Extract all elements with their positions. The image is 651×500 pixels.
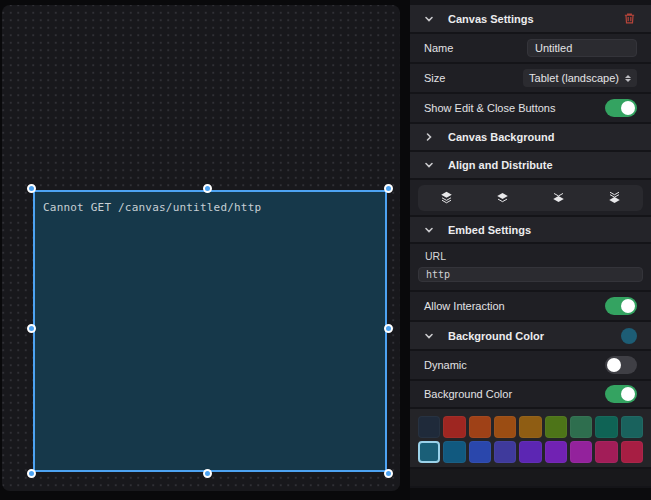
- allow-interaction-toggle[interactable]: [605, 297, 637, 315]
- section-title: Embed Settings: [448, 224, 531, 236]
- color-swatch[interactable]: [621, 441, 643, 463]
- color-swatch[interactable]: [545, 416, 567, 438]
- swatch-row-1: [418, 416, 643, 438]
- send-to-back-icon: [608, 191, 621, 204]
- selection-handle-middle-left[interactable]: [27, 324, 36, 333]
- selection-handle-bottom-center[interactable]: [203, 469, 212, 478]
- url-row: URL: [410, 244, 651, 290]
- trash-icon: [623, 12, 636, 25]
- color-swatch[interactable]: [621, 416, 643, 438]
- size-row: Size Tablet (landscape): [410, 64, 651, 92]
- embed-error-text: Cannot GET /canvas/untitled/http: [43, 201, 261, 214]
- name-row: Name: [410, 34, 651, 62]
- color-swatch[interactable]: [519, 416, 541, 438]
- chevron-down-icon: [424, 160, 434, 170]
- send-backward-button[interactable]: [545, 187, 573, 209]
- background-color-toggle[interactable]: [605, 385, 637, 403]
- send-to-back-button[interactable]: [601, 187, 629, 209]
- embed-element[interactable]: Cannot GET /canvas/untitled/http: [33, 190, 387, 472]
- color-swatch-grid: [410, 409, 651, 467]
- show-edit-row: Show Edit & Close Buttons: [410, 94, 651, 122]
- delete-canvas-button[interactable]: [621, 11, 637, 27]
- size-label: Size: [424, 72, 445, 84]
- color-swatch[interactable]: [545, 441, 567, 463]
- section-header-background-color[interactable]: Background Color: [410, 322, 651, 349]
- color-swatch[interactable]: [570, 441, 592, 463]
- url-label: URL: [418, 250, 643, 262]
- bring-to-front-button[interactable]: [432, 187, 460, 209]
- color-swatch[interactable]: [443, 416, 465, 438]
- background-color-label: Background Color: [424, 388, 512, 400]
- color-swatch[interactable]: [519, 441, 541, 463]
- color-swatch[interactable]: [418, 441, 440, 463]
- selection-handle-bottom-right[interactable]: [384, 469, 393, 478]
- url-input[interactable]: [418, 267, 643, 282]
- bring-to-front-icon: [440, 191, 453, 204]
- background-color-enable-row: Background Color: [410, 381, 651, 407]
- section-header-canvas-background[interactable]: Canvas Background: [410, 124, 651, 150]
- bring-forward-button[interactable]: [488, 187, 516, 209]
- chevron-down-icon: [424, 225, 434, 235]
- dynamic-label: Dynamic: [424, 359, 467, 371]
- bring-forward-icon: [496, 191, 509, 204]
- color-swatch[interactable]: [570, 416, 592, 438]
- current-color-swatch[interactable]: [621, 328, 637, 344]
- color-swatch[interactable]: [443, 441, 465, 463]
- dynamic-toggle[interactable]: [605, 356, 637, 374]
- section-title: Background Color: [448, 330, 544, 342]
- section-title: Canvas Background: [448, 131, 554, 143]
- allow-interaction-label: Allow Interaction: [424, 300, 505, 312]
- chevron-right-icon: [424, 132, 434, 142]
- color-swatch[interactable]: [494, 441, 516, 463]
- section-header-embed-settings[interactable]: Embed Settings: [410, 217, 651, 242]
- selection-handle-top-left[interactable]: [27, 184, 36, 193]
- color-swatch[interactable]: [494, 416, 516, 438]
- canvas-workspace[interactable]: Cannot GET /canvas/untitled/http: [2, 5, 400, 491]
- color-swatch[interactable]: [418, 416, 440, 438]
- send-backward-icon: [552, 191, 565, 204]
- swatch-row-2: [418, 441, 643, 463]
- selection-handle-top-right[interactable]: [384, 184, 393, 193]
- section-header-canvas-settings[interactable]: Canvas Settings: [410, 5, 651, 32]
- app-root: Cannot GET /canvas/untitled/http Canvas …: [0, 0, 651, 500]
- show-edit-label: Show Edit & Close Buttons: [424, 102, 555, 114]
- selection-handle-top-center[interactable]: [203, 184, 212, 193]
- color-swatch[interactable]: [469, 416, 491, 438]
- section-title: Canvas Settings: [448, 13, 534, 25]
- selection-handle-bottom-left[interactable]: [27, 469, 36, 478]
- color-swatch[interactable]: [595, 416, 617, 438]
- chevron-down-icon: [424, 14, 434, 24]
- chevron-down-icon: [424, 331, 434, 341]
- section-title: Align and Distribute: [448, 159, 553, 171]
- settings-panel: Canvas Settings Name Size Tablet (landsc…: [410, 0, 651, 500]
- selection-handle-middle-right[interactable]: [384, 324, 393, 333]
- panel-bottom-strip: [410, 488, 651, 500]
- layer-order-toolbar: [410, 180, 651, 215]
- name-input[interactable]: [527, 39, 637, 57]
- size-select-value: Tablet (landscape): [529, 72, 619, 84]
- dynamic-row: Dynamic: [410, 351, 651, 379]
- name-label: Name: [424, 42, 453, 54]
- color-swatch[interactable]: [469, 441, 491, 463]
- size-select[interactable]: Tablet (landscape): [523, 69, 637, 87]
- show-edit-toggle[interactable]: [605, 99, 637, 117]
- allow-interaction-row: Allow Interaction: [410, 292, 651, 320]
- panel-empty-area: [410, 469, 651, 486]
- section-header-align-distribute[interactable]: Align and Distribute: [410, 152, 651, 178]
- select-arrows-icon: [625, 75, 631, 82]
- color-swatch[interactable]: [595, 441, 617, 463]
